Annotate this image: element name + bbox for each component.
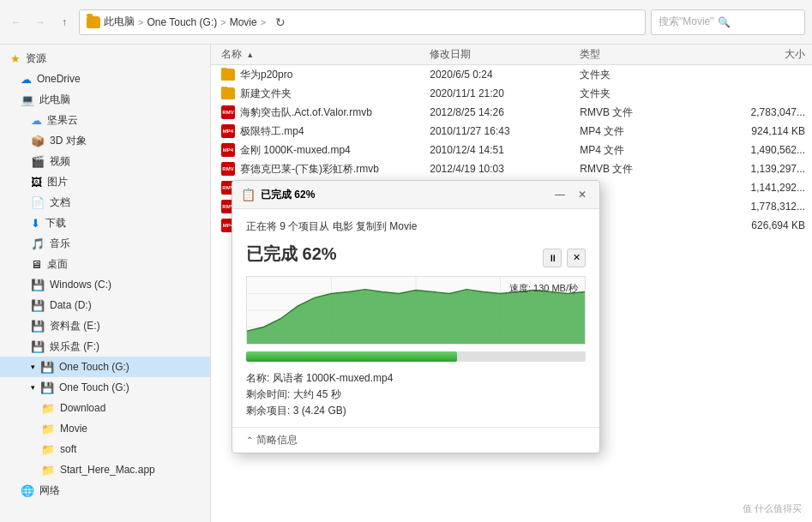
- sidebar-label-onedrive: OneDrive: [37, 73, 81, 85]
- sidebar-item-movie[interactable]: 📁 Movie: [0, 418, 210, 439]
- rmvb-icon: RMV: [221, 105, 235, 119]
- breadcrumb-drive[interactable]: One Touch (G:): [147, 16, 217, 28]
- col-header-size[interactable]: 大小: [705, 47, 812, 62]
- dialog-filename-label: 名称:: [246, 372, 269, 384]
- dialog-items-value: 3 (4.24 GB): [293, 405, 346, 417]
- rmvb-icon: RMV: [221, 162, 235, 176]
- refresh-button[interactable]: ↻: [271, 13, 290, 32]
- col-header-type[interactable]: 类型: [580, 47, 705, 62]
- sidebar-label-music: 音乐: [50, 237, 70, 251]
- sidebar-label-desktop: 桌面: [47, 257, 68, 272]
- file-size-cell: 924,114 KB: [705, 125, 812, 137]
- jianguoyun-icon: ☁: [31, 114, 42, 127]
- dialog-close-button[interactable]: ✕: [574, 186, 591, 203]
- dialog-items-row: 剩余项目: 3 (4.24 GB): [246, 403, 586, 419]
- dialog-title-bar: 📋 已完成 62% — ✕: [232, 181, 599, 209]
- table-row[interactable]: MP4 金刚 1000K-muxed.mp4 2010/12/4 14:51 M…: [211, 141, 812, 159]
- sidebar-item-download[interactable]: 📁 Download: [0, 398, 210, 418]
- sidebar-item-windows-c[interactable]: 💾 Windows (C:): [0, 274, 210, 295]
- table-row[interactable]: 华为p20pro 2020/6/5 0:24 文件夹: [211, 65, 812, 84]
- download-folder-icon: 📁: [41, 402, 55, 415]
- sidebar-item-3dobjects[interactable]: 📦 3D 对象: [0, 130, 210, 151]
- data-d-icon: 💾: [31, 299, 45, 312]
- sidebar-item-network[interactable]: 🌐 网络: [0, 480, 210, 501]
- file-type-cell: RMVB 文件: [580, 162, 705, 177]
- file-name-text: 金刚 1000K-muxed.mp4: [240, 143, 351, 158]
- sidebar-item-pictures[interactable]: 🖼 图片: [0, 171, 210, 192]
- folder-icon: [221, 87, 235, 99]
- dialog-filename-value: 风语者 1000K-muxed.mp4: [273, 372, 394, 384]
- sidebar-item-onedrive[interactable]: ☁ OneDrive: [0, 69, 210, 89]
- sidebar-item-onetouch-g-child[interactable]: ▾ 💾 One Touch (G:): [0, 377, 210, 398]
- table-row[interactable]: MP4 极限特工.mp4 2010/11/27 16:43 MP4 文件 924…: [211, 122, 812, 141]
- search-bar[interactable]: 搜索"Movie" 🔍: [651, 9, 805, 35]
- sidebar-item-data-d[interactable]: 💾 Data (D:): [0, 295, 210, 315]
- sidebar-item-onetouch-g-parent[interactable]: ▾ 💾 One Touch (G:): [0, 357, 210, 377]
- file-name-text: 赛德克巴莱-(下集)彩虹桥.rmvb: [240, 162, 379, 177]
- col-header-date[interactable]: 修改日期: [430, 47, 580, 62]
- address-folder-icon: [87, 16, 100, 28]
- dialog-stop-button[interactable]: ✕: [567, 249, 586, 267]
- sidebar-item-resources[interactable]: ★ 资源: [0, 48, 210, 69]
- sidebar-item-soft[interactable]: 📁 soft: [0, 439, 210, 459]
- dialog-info: 名称: 风语者 1000K-muxed.mp4 剩余时间: 大约 45 秒 剩余…: [246, 370, 586, 420]
- mp4-icon: MP4: [221, 124, 235, 138]
- file-name-text: 新建文件夹: [240, 87, 292, 101]
- dialog-filename-row: 名称: 风语者 1000K-muxed.mp4: [246, 370, 586, 387]
- table-row[interactable]: RMV 赛德克巴莱-(下集)彩虹桥.rmvb 2012/4/19 10:03 R…: [211, 159, 812, 178]
- file-size-cell: 1,778,312...: [705, 201, 812, 213]
- sidebar-label-onetouch-g-parent: One Touch (G:): [59, 361, 129, 373]
- sidebar-item-data-f[interactable]: 💾 娱乐盘 (F:): [0, 336, 210, 357]
- file-size-cell: 1,141,292...: [705, 182, 812, 194]
- sidebar-item-music[interactable]: 🎵 音乐: [0, 233, 210, 254]
- file-name-cell: MP4 金刚 1000K-muxed.mp4: [211, 143, 430, 158]
- sidebar-label-jianguoyun: 坚果云: [47, 113, 78, 128]
- sidebar-item-downloads[interactable]: ⬇ 下载: [0, 213, 210, 233]
- desktop-icon: 🖥: [31, 258, 42, 271]
- mp4-icon: MP4: [221, 143, 235, 157]
- sidebar-item-desktop[interactable]: 🖥 桌面: [0, 254, 210, 274]
- content-header: 名称 ▲ 修改日期 类型 大小: [211, 45, 812, 65]
- sidebar-label-resources: 资源: [26, 51, 46, 66]
- sidebar-label-movie: Movie: [60, 423, 87, 435]
- file-name-text: 极限特工.mp4: [240, 124, 304, 139]
- data-f-icon: 💾: [31, 340, 45, 353]
- expand-arrow-g-child: ▾: [31, 383, 35, 392]
- table-row[interactable]: RMV 海豹突击队.Act.of.Valor.rmvb 2012/8/25 14…: [211, 103, 812, 122]
- back-button[interactable]: ←: [7, 13, 26, 32]
- pictures-icon: 🖼: [31, 176, 42, 189]
- sidebar-label-downloads: 下载: [45, 216, 66, 231]
- forward-button[interactable]: →: [31, 13, 50, 32]
- table-row[interactable]: 新建文件夹 2020/11/1 21:20 文件夹: [211, 84, 812, 103]
- breadcrumb-sep1: >: [138, 17, 143, 27]
- up-button[interactable]: ↑: [55, 13, 74, 32]
- dialog-footer[interactable]: ⌃ 简略信息: [232, 427, 599, 453]
- dialog-title-icon: 📋: [241, 188, 256, 201]
- address-bar[interactable]: 此电脑 > One Touch (G:) > Movie > ↻: [79, 9, 646, 35]
- sidebar-item-starthere[interactable]: 📁 Start_Here_Mac.app: [0, 459, 210, 480]
- sidebar-item-video[interactable]: 🎬 视频: [0, 151, 210, 171]
- col-header-name[interactable]: 名称 ▲: [211, 47, 430, 62]
- file-name-cell: RMV 海豹突击队.Act.of.Valor.rmvb: [211, 105, 430, 120]
- video-icon: 🎬: [31, 155, 45, 168]
- starthere-folder-icon: 📁: [41, 464, 55, 477]
- dialog-pause-button[interactable]: ⏸: [543, 249, 562, 267]
- sidebar-item-jianguoyun[interactable]: ☁ 坚果云: [0, 110, 210, 130]
- breadcrumb-folder[interactable]: Movie: [230, 16, 257, 28]
- dialog-minimize-button[interactable]: —: [551, 186, 568, 203]
- dialog-percent-text: 已完成 62%: [246, 243, 337, 266]
- dialog-time-label: 剩余时间:: [246, 388, 290, 400]
- sidebar-label-network: 网络: [39, 483, 60, 498]
- speed-label: 速度: 130 MB/秒: [509, 282, 578, 295]
- soft-folder-icon: 📁: [41, 443, 55, 456]
- sidebar-label-windows-c: Windows (C:): [50, 279, 111, 291]
- sidebar-item-thispc[interactable]: 💻 此电脑: [0, 89, 210, 110]
- sidebar-label-documents: 文档: [50, 195, 70, 210]
- sidebar-label-3dobjects: 3D 对象: [50, 134, 87, 148]
- sidebar-item-documents[interactable]: 📄 文档: [0, 192, 210, 213]
- thispc-icon: 💻: [21, 93, 34, 106]
- watermark: 值 什么值得买: [743, 502, 802, 515]
- breadcrumb-pc[interactable]: 此电脑: [104, 15, 135, 29]
- sidebar-item-data-e[interactable]: 💾 资料盘 (E:): [0, 315, 210, 336]
- movie-folder-icon: 📁: [41, 423, 55, 435]
